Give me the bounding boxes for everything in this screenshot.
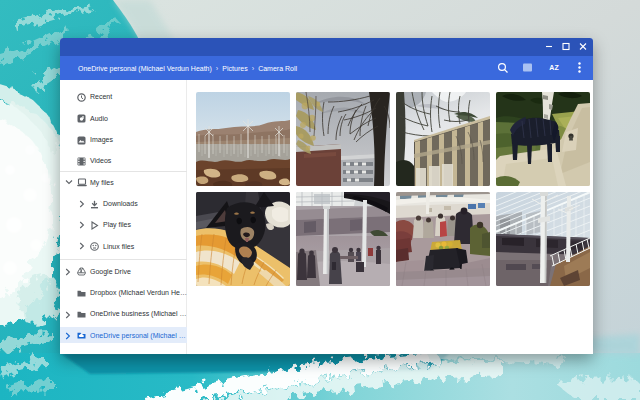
svg-text:AZ: AZ	[549, 64, 559, 71]
